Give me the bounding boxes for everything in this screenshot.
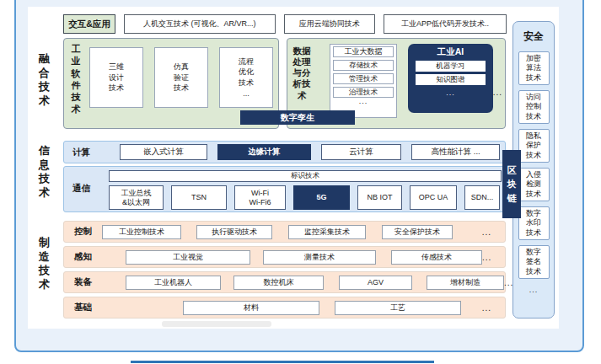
perception-row-ellipsis: ... [482, 253, 495, 262]
perception-label: 感知 [74, 251, 95, 263]
monitoring-acquisition-box: 监控采集技术 [288, 225, 366, 239]
category-label-manufacture-tech: 制造技术 [37, 236, 51, 292]
partial-element-border [131, 361, 434, 363]
industrial-ai-title: 工业AI [416, 46, 486, 58]
category-label-fusion-tech: 融合技术 [37, 52, 51, 108]
interaction-app-label: 交互&应用 [63, 14, 115, 34]
industrial-control-box: 工业控制技术 [102, 225, 181, 239]
blockchain-label: 区块链 [507, 163, 517, 206]
identification-tech-bar: 标识技术 [109, 170, 502, 182]
agv-box: AGV [339, 276, 412, 290]
drive-actuation-box: 执行驱动技术 [196, 225, 272, 239]
digital-signature-box: 数字 签名 技术 [518, 245, 550, 279]
machine-learning-box: 机器学习 [416, 61, 486, 72]
intrusion-detection-box: 入侵 检测 技术 [518, 168, 550, 201]
industrial-bigdata-group: 工业大数据 存储技术 管理技术 治理技术 ... [330, 44, 397, 118]
equipment-row: 装备 工业机器人 数控机床 AGV 增材制造 ... [63, 271, 506, 293]
safety-protection-box: 安全保护技术 [382, 225, 453, 239]
perception-row: 感知 工业视觉 测量技术 传感技术 ... [63, 246, 506, 268]
knowledge-graph-box: 知识图谱 [416, 74, 486, 85]
industrial-ai-group: 工业AI 机器学习 知识图谱 ... [408, 44, 493, 113]
fieldbus-ethernet-box: 工业总线 &以太网 [109, 185, 164, 210]
foundation-row: 基础 材料 工艺 ... [63, 297, 506, 318]
management-tech-box: 管理技术 [333, 73, 394, 84]
materials-box: 材料 [183, 301, 319, 315]
category-label-info-tech: 信息技术 [37, 144, 51, 200]
privacy-protection-box: 隐私 保护 技术 [518, 129, 550, 163]
sdn-box: SDN... [464, 185, 500, 210]
equipment-label: 装备 [74, 276, 95, 288]
foundation-row-ellipsis: ... [482, 303, 495, 313]
encryption-algorithm-box: 加密 算法 技术 [518, 51, 550, 85]
machine-vision-box: 工业视觉 [126, 250, 250, 265]
digital-twin-banner: 数字孪生 [240, 110, 355, 125]
cloud-collab-box: 应用云端协同技术 [284, 14, 376, 34]
control-row-ellipsis: ... [482, 228, 495, 237]
tsn-box: TSN [171, 185, 227, 210]
control-label: 控制 [74, 226, 95, 238]
5g-box: 5G [293, 185, 350, 210]
architecture-diagram-panel: 融合技术 信息技术 制造技术 交互&应用 人机交互技术 (可视化、AR/VR..… [28, 7, 559, 329]
access-control-box: 访问 控制 技术 [518, 90, 550, 124]
storage-tech-box: 存储技术 [333, 60, 394, 71]
data-panel-ellipsis: ... [493, 88, 502, 97]
3d-design-box: 三维 设计 技术 [89, 47, 143, 108]
ai-ellipsis: ... [416, 88, 486, 97]
compute-row: 计算 嵌入式计算 边缘计算 云计算 高性能计算 ... [63, 141, 506, 163]
bigdata-ellipsis: ... [333, 98, 394, 104]
nbiot-box: NB IOT [357, 185, 402, 210]
control-row: 控制 工业控制技术 执行驱动技术 监控采集技术 安全保护技术 ... [63, 221, 506, 243]
blockchain-tab: 区块链 [502, 150, 521, 218]
sensing-box: 传感技术 [391, 250, 482, 265]
compute-label: 计算 [69, 147, 120, 158]
industrial-robot-box: 工业机器人 [126, 276, 221, 290]
craft-process-box: 工艺 [335, 301, 461, 315]
process-optim-box: 流程 优化 技术 ... [219, 47, 273, 108]
edge-computing-box: 边缘计算 [217, 144, 311, 160]
hmi-tech-box: 人机交互技术 (可视化、AR/VR...) [124, 14, 276, 34]
security-title: 安全 [523, 29, 544, 44]
additive-manufacturing-box: 增材制造 [427, 276, 504, 290]
interaction-application-row: 交互&应用 人机交互技术 (可视化、AR/VR...) 应用云端协同技术 工业A… [63, 14, 507, 34]
communication-label: 通信 [72, 183, 90, 195]
lowcode-app-box: 工业APP低代码开发技术.. [384, 14, 507, 34]
cnc-machine-box: 数控机床 [233, 276, 324, 290]
wifi-box: Wi-Fi Wi-Fi6 [234, 185, 286, 210]
communication-row: 通信 标识技术 工业总线 &以太网 TSN Wi-Fi Wi-Fi6 5G NB… [63, 166, 506, 212]
bigdata-title: 工业大数据 [333, 46, 394, 57]
security-ellipsis: ... [529, 286, 539, 294]
opcua-box: OPC UA [410, 185, 457, 210]
embedded-computing-box: 嵌入式计算 [120, 144, 207, 160]
simulation-box: 仿真 验证 技术 [154, 47, 208, 108]
hpc-box: 高性能计算 ... [411, 144, 500, 160]
panel-bottom-shadow [162, 321, 271, 327]
cloud-computing-box: 云计算 [321, 144, 401, 160]
foundation-label: 基础 [74, 302, 95, 313]
measurement-box: 测量技术 [263, 250, 376, 265]
data-processing-label: 数据处理与分析技术 [292, 46, 312, 101]
digital-watermark-box: 数字 水印 技术 [518, 206, 550, 240]
industrial-software-label: 工业软件技术 [70, 43, 82, 115]
